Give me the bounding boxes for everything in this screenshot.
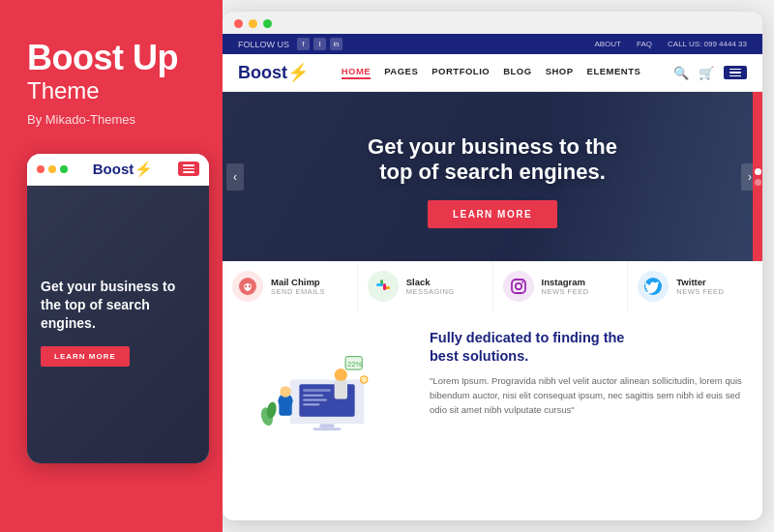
service-instagram[interactable]: Instagram NEWS FEED bbox=[493, 261, 629, 311]
right-panel: FOLLOW US f t in ABOUT FAQ CALL US: 099 … bbox=[223, 12, 762, 520]
menu-button[interactable] bbox=[724, 66, 747, 80]
search-icon[interactable]: 🔍 bbox=[673, 66, 689, 80]
twitter-desc: NEWS FEED bbox=[676, 287, 724, 296]
app-author: By Mikado-Themes bbox=[27, 112, 178, 127]
mailchimp-desc: SEND EMAILS bbox=[271, 287, 325, 296]
hero-title: Get your business to thetop of search en… bbox=[368, 134, 617, 186]
nav-blog[interactable]: BLOG bbox=[503, 66, 531, 79]
svg-text:22%: 22% bbox=[347, 360, 362, 369]
service-slack[interactable]: Slack MESSAGING bbox=[358, 261, 493, 311]
topbar-social: f t in bbox=[297, 38, 342, 50]
nav-elements[interactable]: ELEMENTS bbox=[587, 66, 641, 79]
mailchimp-name: Mail Chimp bbox=[271, 277, 325, 287]
mobile-menu-button[interactable] bbox=[178, 162, 199, 176]
service-mailchimp[interactable]: Mail Chimp SEND EMAILS bbox=[223, 261, 358, 311]
browser-dot-green[interactable] bbox=[263, 19, 272, 28]
about-link[interactable]: ABOUT bbox=[594, 40, 621, 48]
title-block: Boost Up Theme By Mikado-Themes bbox=[27, 39, 178, 127]
svg-rect-16 bbox=[303, 403, 319, 405]
topbar-left: FOLLOW US f t in bbox=[238, 38, 342, 50]
instagram-icon bbox=[503, 271, 534, 302]
svg-rect-5 bbox=[383, 283, 386, 290]
bottom-text: Fully dedicated to finding thebest solut… bbox=[430, 329, 745, 417]
mobile-dots bbox=[37, 165, 68, 173]
svg-point-20 bbox=[280, 386, 290, 397]
instagram-name: Instagram bbox=[542, 277, 589, 287]
hero-prev-button[interactable]: ‹ bbox=[226, 163, 244, 191]
facebook-icon[interactable]: f bbox=[297, 38, 310, 50]
slack-desc: MESSAGING bbox=[406, 287, 455, 296]
svg-rect-14 bbox=[303, 395, 323, 397]
site-navbar: Boost⚡ HOME PAGES PORTFOLIO BLOG SHOP EL… bbox=[223, 54, 762, 92]
svg-point-8 bbox=[515, 283, 521, 289]
app-subtitle: Theme bbox=[27, 77, 178, 104]
mobile-dot-yellow bbox=[48, 165, 56, 173]
bottom-illustration: 22% ↑ bbox=[240, 329, 414, 430]
svg-rect-23 bbox=[335, 380, 347, 399]
site-bottom: 22% ↑ Fully dedicated to finding thebest… bbox=[223, 311, 762, 520]
svg-point-22 bbox=[335, 369, 347, 381]
svg-point-1 bbox=[245, 285, 247, 287]
svg-rect-15 bbox=[303, 399, 327, 401]
hero-learn-more-button[interactable]: LEARN MORE bbox=[428, 200, 557, 228]
call-us-label: CALL US: 099 4444 33 bbox=[668, 40, 747, 48]
svg-point-2 bbox=[249, 285, 251, 287]
slack-name: Slack bbox=[406, 277, 455, 287]
left-panel: Boost Up Theme By Mikado-Themes Boost⚡ G… bbox=[0, 0, 223, 532]
twitter-icon bbox=[638, 271, 669, 302]
topbar-right: ABOUT FAQ CALL US: 099 4444 33 bbox=[594, 40, 747, 48]
instagram-icon[interactable]: in bbox=[330, 38, 342, 50]
twitter-text: Twitter NEWS FEED bbox=[676, 277, 724, 296]
service-twitter[interactable]: Twitter NEWS FEED bbox=[628, 261, 762, 311]
svg-rect-13 bbox=[303, 389, 331, 392]
nav-shop[interactable]: SHOP bbox=[546, 66, 574, 79]
nav-portfolio[interactable]: PORTFOLIO bbox=[432, 66, 490, 79]
mobile-hero: Get your business to the top of search e… bbox=[27, 186, 209, 463]
slide-indicator-2[interactable] bbox=[755, 179, 761, 186]
bottom-heading: Fully dedicated to finding thebest solut… bbox=[430, 329, 745, 366]
mobile-top-bar: Boost⚡ bbox=[27, 154, 209, 186]
svg-rect-18 bbox=[313, 428, 342, 430]
browser-chrome bbox=[223, 12, 762, 34]
nav-links: HOME PAGES PORTFOLIO BLOG SHOP ELEMENTS bbox=[342, 66, 641, 79]
mobile-hero-text: Get your business to the top of search e… bbox=[41, 278, 195, 333]
slide-indicator-1[interactable] bbox=[755, 168, 761, 175]
nav-pages[interactable]: PAGES bbox=[384, 66, 418, 79]
faq-link[interactable]: FAQ bbox=[637, 40, 652, 48]
svg-rect-6 bbox=[376, 283, 383, 286]
instagram-text: Instagram NEWS FEED bbox=[542, 277, 589, 296]
mobile-dot-red bbox=[37, 165, 45, 173]
site-topbar: FOLLOW US f t in ABOUT FAQ CALL US: 099 … bbox=[223, 34, 762, 54]
site-hero: ‹ Get your business to thetop of search … bbox=[223, 92, 762, 261]
instagram-desc: NEWS FEED bbox=[542, 287, 589, 296]
twitter-name: Twitter bbox=[676, 277, 724, 287]
cart-icon[interactable]: 🛒 bbox=[699, 66, 714, 80]
mailchimp-text: Mail Chimp SEND EMAILS bbox=[271, 277, 325, 296]
browser-dot-yellow[interactable] bbox=[249, 19, 257, 28]
browser-dot-red[interactable] bbox=[234, 19, 243, 28]
mobile-learn-more-button[interactable]: LEARN MORE bbox=[41, 346, 130, 367]
bottom-body: "Lorem Ipsum. Progravida nibh vel velit … bbox=[430, 373, 745, 418]
slack-icon bbox=[368, 271, 399, 302]
mobile-dot-green bbox=[60, 165, 68, 173]
hero-side-strip bbox=[753, 92, 762, 261]
mailchimp-icon bbox=[232, 271, 263, 302]
slack-text: Slack MESSAGING bbox=[406, 277, 455, 296]
app-title: Boost Up bbox=[27, 39, 178, 77]
mobile-logo: Boost⚡ bbox=[93, 161, 154, 178]
follow-us-label: FOLLOW US bbox=[238, 40, 289, 49]
twitter-icon[interactable]: t bbox=[313, 38, 326, 50]
svg-text:↑: ↑ bbox=[361, 378, 363, 383]
site-logo: Boost⚡ bbox=[238, 62, 309, 83]
services-strip: Mail Chimp SEND EMAILS Slack MESSAGING bbox=[223, 261, 762, 311]
nav-home[interactable]: HOME bbox=[342, 66, 372, 79]
svg-rect-17 bbox=[319, 424, 334, 428]
mobile-mockup: Boost⚡ Get your business to the top of s… bbox=[27, 154, 209, 463]
svg-rect-21 bbox=[279, 399, 291, 416]
nav-icons: 🔍 🛒 bbox=[673, 66, 747, 80]
svg-point-9 bbox=[521, 281, 523, 283]
